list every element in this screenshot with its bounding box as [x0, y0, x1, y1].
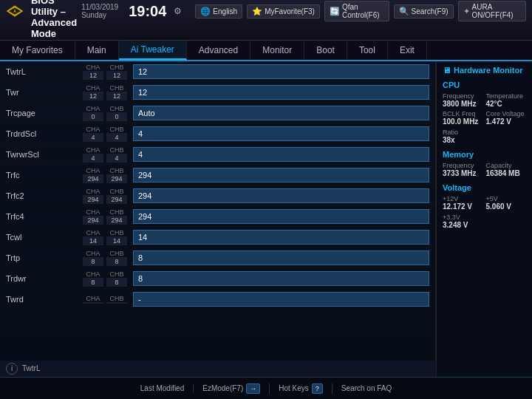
- language-button[interactable]: 🌐 English: [195, 4, 242, 18]
- setting-value[interactable]: 4: [133, 147, 429, 162]
- tab-tool[interactable]: Tool: [347, 41, 388, 60]
- setting-row[interactable]: TrdrdSclCHA4CHB44: [0, 123, 435, 144]
- settings-list: TwtrLCHA12CHB1212TwrCHA12CHB1212TrcpageC…: [0, 61, 436, 361]
- tab-monitor[interactable]: Monitor: [250, 41, 304, 60]
- voltage-stats: +12V 12.172 V +5V 5.060 V: [443, 195, 526, 211]
- setting-row[interactable]: TrdwrCHA8CHB88: [0, 268, 435, 289]
- search-faq-item[interactable]: Search on FAQ: [332, 384, 400, 392]
- setting-name: Twrd: [6, 295, 80, 304]
- last-modified-item: Last Modified: [132, 384, 194, 392]
- tab-my-favorites[interactable]: My Favorites: [0, 41, 75, 60]
- info-label: TwtrL: [22, 364, 40, 372]
- setting-name: Twr: [6, 88, 80, 97]
- time-display: 19:04: [129, 3, 166, 20]
- search-button[interactable]: 🔍 Search(F9): [394, 4, 454, 18]
- setting-row[interactable]: TrfcCHA294CHB294294: [0, 165, 435, 185]
- aura-icon: ✦: [463, 7, 470, 16]
- tab-exit[interactable]: Exit: [388, 41, 427, 60]
- setting-row[interactable]: TwtrLCHA12CHB1212: [0, 61, 435, 82]
- hardware-monitor-panel: 🖥 Hardware Monitor CPU Frequency 3800 MH…: [436, 61, 532, 377]
- setting-value[interactable]: 8: [133, 250, 429, 265]
- aura-button[interactable]: ✦ AURA ON/OFF(F4): [458, 1, 526, 21]
- header: A UEFI BIOS Utility – Advanced Mode 11/0…: [0, 0, 532, 41]
- info-icon: i: [6, 363, 18, 375]
- memory-stats: Frequency 3733 MHz Capacity 16384 MB: [443, 162, 526, 177]
- setting-name: TwtrL: [6, 67, 80, 76]
- setting-row[interactable]: TwrwrSclCHA4CHB44: [0, 144, 435, 165]
- datetime: 11/03/2019 Sunday: [81, 3, 118, 19]
- navigation-tabs: My Favorites Main Ai Tweaker Advanced Mo…: [0, 41, 532, 61]
- setting-value[interactable]: 4: [133, 126, 429, 141]
- search-icon: 🔍: [399, 7, 409, 16]
- setting-row[interactable]: TrcpageCHA0CHB0Auto: [0, 103, 435, 123]
- setting-value[interactable]: -: [133, 292, 429, 307]
- bios-title: UEFI BIOS Utility – Advanced Mode: [31, 0, 77, 39]
- setting-name: TwrwrScl: [6, 150, 80, 159]
- setting-value[interactable]: Auto: [133, 106, 429, 120]
- myfavorite-button[interactable]: ⭐ MyFavorite(F3): [247, 4, 320, 18]
- tab-boot[interactable]: Boot: [304, 41, 347, 60]
- setting-name: Trfc: [6, 171, 80, 180]
- voltage-section-title: Voltage: [443, 183, 526, 192]
- setting-name: TrdrdScl: [6, 129, 80, 138]
- svg-text:A: A: [13, 10, 16, 13]
- setting-name: Trtp: [6, 253, 80, 262]
- header-top: A UEFI BIOS Utility – Advanced Mode 11/0…: [0, 0, 532, 22]
- setting-value[interactable]: 12: [133, 64, 429, 79]
- hot-keys-item: Hot Keys ?: [270, 383, 332, 394]
- setting-name: Trdwr: [6, 274, 80, 283]
- setting-value[interactable]: 8: [133, 271, 429, 286]
- setting-row[interactable]: Trfc2CHA294CHB294294: [0, 185, 435, 206]
- monitor-icon: 🖥: [443, 66, 451, 75]
- settings-gear-icon[interactable]: ⚙: [174, 6, 182, 16]
- setting-value[interactable]: 294: [133, 209, 429, 224]
- memory-section-title: Memory: [443, 150, 526, 159]
- ez-mode-key: →: [246, 383, 260, 394]
- fan-icon: 🔄: [330, 7, 340, 16]
- setting-name: Tcwl: [6, 233, 80, 242]
- tab-advanced[interactable]: Advanced: [187, 41, 250, 60]
- info-bar: i TwtrL: [0, 361, 436, 377]
- setting-name: Trfc2: [6, 191, 80, 200]
- setting-row[interactable]: TwrCHA12CHB1212: [0, 82, 435, 103]
- main-content: TwtrLCHA12CHB1212TwrCHA12CHB1212TrcpageC…: [0, 61, 532, 377]
- setting-value[interactable]: 12: [133, 85, 429, 100]
- tab-main[interactable]: Main: [75, 41, 119, 60]
- status-bar: Last Modified EzMode(F7) → Hot Keys ? Se…: [0, 377, 532, 399]
- qfan-button[interactable]: 🔄 Qfan Control(F6): [324, 1, 389, 21]
- setting-name: Trfc4: [6, 212, 80, 221]
- setting-row[interactable]: Trfc4CHA294CHB294294: [0, 206, 435, 227]
- favorite-icon: ⭐: [252, 7, 262, 16]
- language-icon: 🌐: [200, 7, 211, 16]
- setting-row[interactable]: TwrdCHACHB-: [0, 289, 435, 310]
- cpu-section-title: CPU: [443, 81, 526, 89]
- setting-value[interactable]: 294: [133, 168, 429, 183]
- hw-monitor-title: 🖥 Hardware Monitor: [443, 66, 526, 75]
- cpu-stats: Frequency 3800 MHz Temperature 42°C BCLK…: [443, 92, 526, 126]
- ez-mode-item[interactable]: EzMode(F7) →: [194, 383, 270, 394]
- setting-name: Trcpage: [6, 109, 80, 117]
- setting-value[interactable]: 294: [133, 188, 429, 203]
- hotkeys-key: ?: [312, 383, 323, 394]
- setting-row[interactable]: TcwlCHA14CHB1414: [0, 227, 435, 248]
- tab-ai-tweaker[interactable]: Ai Tweaker: [119, 41, 187, 60]
- asus-logo: A: [6, 3, 24, 19]
- setting-row[interactable]: TrtpCHA8CHB88: [0, 248, 435, 268]
- setting-value[interactable]: 14: [133, 230, 429, 245]
